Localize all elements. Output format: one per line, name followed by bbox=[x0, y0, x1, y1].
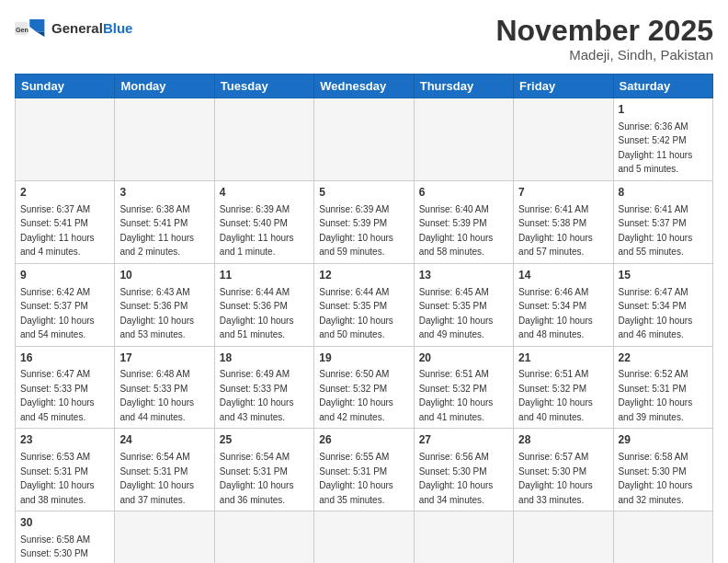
calendar-cell: 15Sunrise: 6:47 AM Sunset: 5:34 PM Dayli… bbox=[613, 263, 712, 346]
day-info: Sunrise: 6:54 AM Sunset: 5:31 PM Dayligh… bbox=[220, 452, 294, 505]
logo-icon: Gen bbox=[15, 15, 48, 40]
day-number: 3 bbox=[119, 185, 209, 201]
calendar-table: SundayMondayTuesdayWednesdayThursdayFrid… bbox=[15, 74, 713, 563]
day-info: Sunrise: 6:47 AM Sunset: 5:33 PM Dayligh… bbox=[20, 369, 95, 422]
day-info: Sunrise: 6:52 AM Sunset: 5:31 PM Dayligh… bbox=[619, 369, 693, 422]
day-number: 25 bbox=[220, 432, 309, 448]
calendar-cell: 17Sunrise: 6:48 AM Sunset: 5:33 PM Dayli… bbox=[115, 346, 214, 429]
col-header-monday: Monday bbox=[115, 75, 214, 98]
calendar-cell: 2Sunrise: 6:37 AM Sunset: 5:41 PM Daylig… bbox=[16, 180, 115, 263]
calendar-cell: 4Sunrise: 6:39 AM Sunset: 5:40 PM Daylig… bbox=[214, 180, 313, 263]
day-number: 10 bbox=[119, 268, 209, 283]
day-number: 14 bbox=[518, 268, 608, 283]
calendar-cell: 8Sunrise: 6:41 AM Sunset: 5:37 PM Daylig… bbox=[613, 180, 712, 263]
calendar-cell: 21Sunrise: 6:51 AM Sunset: 5:32 PM Dayli… bbox=[514, 346, 613, 429]
day-info: Sunrise: 6:39 AM Sunset: 5:39 PM Dayligh… bbox=[319, 204, 393, 258]
day-number: 2 bbox=[20, 185, 109, 201]
calendar-cell: 14Sunrise: 6:46 AM Sunset: 5:34 PM Dayli… bbox=[514, 263, 613, 346]
day-info: Sunrise: 6:37 AM Sunset: 5:41 PM Dayligh… bbox=[20, 204, 95, 258]
calendar-cell bbox=[16, 98, 115, 181]
day-number: 15 bbox=[619, 268, 708, 283]
calendar-cell: 3Sunrise: 6:38 AM Sunset: 5:41 PM Daylig… bbox=[115, 180, 214, 263]
day-info: Sunrise: 6:42 AM Sunset: 5:37 PM Dayligh… bbox=[20, 287, 95, 340]
day-number: 18 bbox=[220, 350, 309, 366]
calendar-cell: 6Sunrise: 6:40 AM Sunset: 5:39 PM Daylig… bbox=[414, 180, 513, 263]
day-info: Sunrise: 6:58 AM Sunset: 5:30 PM Dayligh… bbox=[619, 452, 693, 505]
calendar-cell bbox=[115, 511, 214, 563]
day-number: 19 bbox=[319, 350, 408, 366]
day-info: Sunrise: 6:41 AM Sunset: 5:38 PM Dayligh… bbox=[518, 204, 593, 258]
col-header-wednesday: Wednesday bbox=[314, 75, 414, 98]
day-number: 26 bbox=[319, 432, 408, 448]
calendar-week-row: 16Sunrise: 6:47 AM Sunset: 5:33 PM Dayli… bbox=[16, 346, 713, 429]
calendar-cell: 29Sunrise: 6:58 AM Sunset: 5:30 PM Dayli… bbox=[613, 429, 712, 511]
day-number: 21 bbox=[518, 350, 608, 366]
day-info: Sunrise: 6:58 AM Sunset: 5:30 PM Dayligh… bbox=[20, 534, 95, 563]
day-info: Sunrise: 6:48 AM Sunset: 5:33 PM Dayligh… bbox=[119, 369, 194, 422]
calendar-cell: 28Sunrise: 6:57 AM Sunset: 5:30 PM Dayli… bbox=[514, 429, 613, 511]
day-info: Sunrise: 6:46 AM Sunset: 5:34 PM Dayligh… bbox=[518, 287, 593, 340]
calendar-cell bbox=[414, 511, 513, 563]
day-number: 23 bbox=[20, 432, 109, 448]
logo-text: GeneralBlue bbox=[51, 20, 132, 36]
day-number: 24 bbox=[119, 432, 209, 448]
svg-marker-2 bbox=[29, 19, 44, 32]
day-number: 28 bbox=[518, 432, 608, 448]
day-info: Sunrise: 6:54 AM Sunset: 5:31 PM Dayligh… bbox=[119, 452, 194, 505]
day-number: 30 bbox=[20, 515, 109, 531]
day-number: 1 bbox=[619, 102, 708, 118]
calendar-cell: 24Sunrise: 6:54 AM Sunset: 5:31 PM Dayli… bbox=[115, 429, 214, 511]
day-info: Sunrise: 6:40 AM Sunset: 5:39 PM Dayligh… bbox=[419, 204, 494, 258]
day-info: Sunrise: 6:44 AM Sunset: 5:35 PM Dayligh… bbox=[319, 287, 393, 340]
calendar-week-row: 9Sunrise: 6:42 AM Sunset: 5:37 PM Daylig… bbox=[16, 263, 713, 346]
calendar-cell bbox=[214, 511, 313, 563]
svg-text:Gen: Gen bbox=[16, 26, 28, 34]
calendar-cell: 20Sunrise: 6:51 AM Sunset: 5:32 PM Dayli… bbox=[414, 346, 513, 429]
calendar-week-row: 1Sunrise: 6:36 AM Sunset: 5:42 PM Daylig… bbox=[16, 98, 713, 181]
calendar-cell: 12Sunrise: 6:44 AM Sunset: 5:35 PM Dayli… bbox=[314, 263, 414, 346]
title-block: November 2025 Madeji, Sindh, Pakistan bbox=[495, 15, 713, 63]
day-number: 17 bbox=[119, 350, 209, 366]
day-info: Sunrise: 6:45 AM Sunset: 5:35 PM Dayligh… bbox=[419, 287, 494, 340]
col-header-friday: Friday bbox=[514, 75, 613, 98]
day-number: 6 bbox=[419, 185, 508, 201]
day-info: Sunrise: 6:51 AM Sunset: 5:32 PM Dayligh… bbox=[419, 369, 494, 422]
col-header-thursday: Thursday bbox=[414, 75, 513, 98]
day-info: Sunrise: 6:57 AM Sunset: 5:30 PM Dayligh… bbox=[518, 452, 593, 505]
calendar-cell bbox=[314, 98, 414, 181]
col-header-saturday: Saturday bbox=[613, 75, 712, 98]
day-info: Sunrise: 6:47 AM Sunset: 5:34 PM Dayligh… bbox=[619, 287, 693, 340]
calendar-cell: 25Sunrise: 6:54 AM Sunset: 5:31 PM Dayli… bbox=[214, 429, 313, 511]
day-number: 27 bbox=[419, 432, 508, 448]
day-number: 29 bbox=[619, 432, 708, 448]
col-header-tuesday: Tuesday bbox=[214, 75, 313, 98]
calendar-cell: 27Sunrise: 6:56 AM Sunset: 5:30 PM Dayli… bbox=[414, 429, 513, 511]
day-number: 4 bbox=[220, 185, 309, 201]
day-info: Sunrise: 6:44 AM Sunset: 5:36 PM Dayligh… bbox=[220, 287, 294, 340]
day-number: 8 bbox=[619, 185, 708, 201]
day-info: Sunrise: 6:56 AM Sunset: 5:30 PM Dayligh… bbox=[419, 452, 494, 505]
calendar-cell: 18Sunrise: 6:49 AM Sunset: 5:33 PM Dayli… bbox=[214, 346, 313, 429]
calendar-cell: 26Sunrise: 6:55 AM Sunset: 5:31 PM Dayli… bbox=[314, 429, 414, 511]
day-info: Sunrise: 6:53 AM Sunset: 5:31 PM Dayligh… bbox=[20, 452, 95, 505]
day-info: Sunrise: 6:39 AM Sunset: 5:40 PM Dayligh… bbox=[220, 204, 294, 258]
calendar-cell bbox=[115, 98, 214, 181]
calendar-cell bbox=[613, 511, 712, 563]
calendar-week-row: 23Sunrise: 6:53 AM Sunset: 5:31 PM Dayli… bbox=[16, 429, 713, 511]
calendar-cell: 9Sunrise: 6:42 AM Sunset: 5:37 PM Daylig… bbox=[16, 263, 115, 346]
calendar-cell: 23Sunrise: 6:53 AM Sunset: 5:31 PM Dayli… bbox=[16, 429, 115, 511]
day-number: 9 bbox=[20, 268, 109, 283]
day-info: Sunrise: 6:50 AM Sunset: 5:32 PM Dayligh… bbox=[319, 369, 393, 422]
day-number: 7 bbox=[518, 185, 608, 201]
day-info: Sunrise: 6:38 AM Sunset: 5:41 PM Dayligh… bbox=[119, 204, 194, 258]
day-info: Sunrise: 6:41 AM Sunset: 5:37 PM Dayligh… bbox=[619, 204, 693, 258]
day-number: 22 bbox=[619, 350, 708, 366]
calendar-week-row: 2Sunrise: 6:37 AM Sunset: 5:41 PM Daylig… bbox=[16, 180, 713, 263]
day-number: 20 bbox=[419, 350, 508, 366]
svg-marker-3 bbox=[36, 32, 44, 37]
calendar-cell: 1Sunrise: 6:36 AM Sunset: 5:42 PM Daylig… bbox=[613, 98, 712, 181]
day-info: Sunrise: 6:55 AM Sunset: 5:31 PM Dayligh… bbox=[319, 452, 393, 505]
calendar-cell bbox=[314, 511, 414, 563]
calendar-cell: 5Sunrise: 6:39 AM Sunset: 5:39 PM Daylig… bbox=[314, 180, 414, 263]
calendar-cell: 10Sunrise: 6:43 AM Sunset: 5:36 PM Dayli… bbox=[115, 263, 214, 346]
